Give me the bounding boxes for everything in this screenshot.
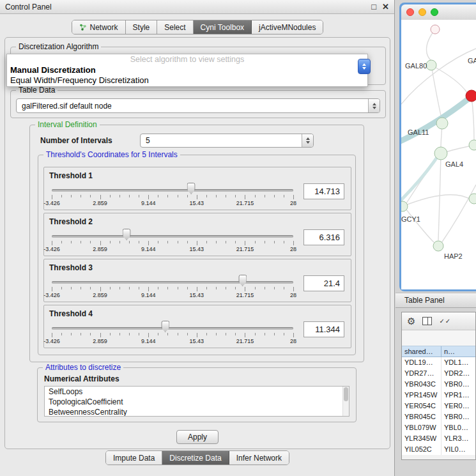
tab-impute-data[interactable]: Impute Data xyxy=(106,451,162,464)
tab-cyni-toolbox-label: Cyni Toolbox xyxy=(201,23,244,32)
tab-impute-data-label: Impute Data xyxy=(113,454,155,463)
column-header-name[interactable]: n… xyxy=(441,346,475,357)
slider-thumb[interactable] xyxy=(123,229,131,240)
tab-style[interactable]: Style xyxy=(126,20,158,34)
network-node-hap2[interactable] xyxy=(433,241,443,251)
list-item[interactable]: TopologicalCoefficient xyxy=(45,397,349,407)
algorithm-combo-stepper[interactable] xyxy=(358,59,371,74)
window-title: Control Panel xyxy=(5,3,52,12)
select-columns-icon[interactable]: ✓✓ xyxy=(439,318,451,325)
slider-track xyxy=(52,189,293,192)
apply-button[interactable]: Apply xyxy=(176,430,219,444)
network-node-gal80[interactable] xyxy=(426,60,436,70)
table-row[interactable]: YPR145WYPR1… xyxy=(402,390,475,401)
top-tabbar: Network Style Select Cyni Toolbox jActiv… xyxy=(0,20,395,35)
num-intervals-combo[interactable]: 5 xyxy=(140,134,314,148)
slider-thumb[interactable] xyxy=(161,321,169,332)
tab-discretize-data[interactable]: Discretize Data xyxy=(162,451,229,464)
threshold-4-slider[interactable]: -3.4262.8599.14415.4321.71528 xyxy=(52,318,293,345)
list-item[interactable]: SelfLoops xyxy=(45,387,349,397)
titlebar-icons: □ ✕ xyxy=(371,3,389,11)
table-data-group-label: Table Data xyxy=(16,86,58,95)
table-data-combo[interactable]: galFiltered.sif default node xyxy=(16,98,380,113)
combo-stepper-icon xyxy=(302,134,313,147)
node-label-gal80: GAL80 xyxy=(405,62,427,70)
threshold-4-value[interactable]: 11.344 xyxy=(303,321,344,337)
slider-tick-labels: -3.4262.8599.14415.4321.71528 xyxy=(52,292,293,299)
threshold-1-slider[interactable]: -3.4262.8599.14415.4321.71528 xyxy=(52,180,293,207)
gear-icon[interactable]: ⚙ xyxy=(407,316,415,326)
table-row[interactable]: YDL19…YDL1… xyxy=(402,357,475,368)
network-node-gal4[interactable] xyxy=(434,147,447,160)
attributes-scrollbar[interactable] xyxy=(342,387,349,416)
network-node[interactable] xyxy=(431,25,440,34)
table-row[interactable]: YIL052CYIL0… xyxy=(402,444,475,455)
network-canvas[interactable]: GAL80 GA GAL11 GAL4 GCY1 HAP2 xyxy=(401,20,476,289)
slider-thumb[interactable] xyxy=(238,275,247,286)
table-row[interactable]: YER054CYER0… xyxy=(402,401,475,411)
zoom-traffic-light-icon[interactable] xyxy=(431,8,438,16)
menu-item-equal-width-frequency[interactable]: Equal Width/Frequency Discretization xyxy=(7,75,367,86)
threshold-3-label: Threshold 3 xyxy=(44,259,351,272)
slider-ticks xyxy=(52,195,293,200)
scrollbar-thumb[interactable] xyxy=(344,387,348,401)
threshold-1-panel: Threshold 1 -3.4262.8599.14415.4321.7152… xyxy=(43,167,351,210)
slider-ticks xyxy=(52,241,293,246)
slider-tick-labels: -3.4262.8599.14415.4321.71528 xyxy=(52,338,293,345)
close-icon[interactable]: ✕ xyxy=(382,3,389,11)
column-header-shared-name[interactable]: shared… xyxy=(402,346,441,357)
menu-item-manual-discretization[interactable]: Manual Discretization xyxy=(7,65,367,75)
node-label-partial: GA xyxy=(468,57,476,65)
table-blank-area xyxy=(402,330,475,346)
network-node-gal11[interactable] xyxy=(436,118,448,129)
close-traffic-light-icon[interactable] xyxy=(406,8,414,16)
network-node-selected-red[interactable] xyxy=(466,90,476,102)
tab-jactivemnodules[interactable]: jActiveMNodules xyxy=(252,20,323,34)
attributes-list[interactable]: SelfLoopsTopologicalCoefficientBetweenne… xyxy=(44,386,349,417)
threshold-2-value[interactable]: 6.316 xyxy=(303,229,344,245)
tab-network[interactable]: Network xyxy=(72,20,126,34)
network-tab-icon xyxy=(79,24,87,31)
threshold-2-slider[interactable]: -3.4262.8599.14415.4321.71528 xyxy=(52,226,293,253)
num-intervals-combo-value: 5 xyxy=(146,136,150,145)
tab-infer-network[interactable]: Infer Network xyxy=(229,451,289,464)
network-window-titlebar xyxy=(401,4,476,20)
table-row[interactable]: YBL079WYBL0… xyxy=(402,422,475,433)
network-view-window: GAL80 GA GAL11 GAL4 GCY1 HAP2 xyxy=(399,3,476,291)
combo-stepper-icon xyxy=(368,99,380,112)
table-row[interactable]: YBR045CYBR0… xyxy=(402,411,475,422)
thresholds-group: Threshold's Coordinates for 5 Intervals … xyxy=(38,155,356,355)
slider-tick-labels: -3.4262.8599.14415.4321.71528 xyxy=(52,246,293,253)
table-panel-title: Table Panel xyxy=(404,296,445,305)
columns-icon[interactable] xyxy=(422,317,432,325)
control-panel-titlebar: Control Panel □ ✕ xyxy=(0,0,394,14)
algorithm-dropdown-popup: Select algorithm to view settings Manual… xyxy=(6,54,368,87)
table-panel-window: ⚙ ✓✓ shared… n… YDL19…YDL1…YDR27…YDR2…YB… xyxy=(401,312,476,460)
slider-thumb[interactable] xyxy=(187,183,196,194)
threshold-1-value[interactable]: 14.713 xyxy=(303,183,344,199)
table-panel-header: Table Panel xyxy=(395,293,476,308)
minimize-traffic-light-icon[interactable] xyxy=(418,8,426,16)
threshold-2-label: Threshold 2 xyxy=(44,213,351,226)
threshold-3-panel: Threshold 3 -3.4262.8599.14415.4321.7152… xyxy=(43,259,351,302)
network-node[interactable] xyxy=(469,140,476,150)
tab-cyni-toolbox[interactable]: Cyni Toolbox xyxy=(194,20,252,34)
list-item[interactable]: BetweennessCentrality xyxy=(45,407,349,417)
threshold-1-label: Threshold 1 xyxy=(44,167,351,180)
threshold-4-panel: Threshold 4 -3.4262.8599.14415.4321.7152… xyxy=(43,305,351,348)
threshold-3-slider[interactable]: -3.4262.8599.14415.4321.71528 xyxy=(52,272,293,299)
float-icon[interactable]: □ xyxy=(371,3,376,11)
threshold-4-label: Threshold 4 xyxy=(44,305,351,318)
tab-network-label: Network xyxy=(90,23,118,32)
attribute-items: SelfLoopsTopologicalCoefficientBetweenne… xyxy=(45,387,349,417)
slider-track xyxy=(52,281,293,284)
network-node[interactable] xyxy=(469,194,476,204)
table-row[interactable]: YLR345WYLR3… xyxy=(402,433,475,444)
table-row[interactable]: YDR27…YDR2… xyxy=(402,368,475,379)
threshold-3-value[interactable]: 21.4 xyxy=(303,275,344,291)
thresholds-group-label: Threshold's Coordinates for 5 Intervals xyxy=(43,150,180,159)
table-data-combo-value: galFiltered.sif default node xyxy=(22,102,112,111)
table-row[interactable]: YBR043CYBR0… xyxy=(402,379,475,390)
tab-select[interactable]: Select xyxy=(157,20,193,34)
table-header-row: shared… n… xyxy=(402,346,475,357)
